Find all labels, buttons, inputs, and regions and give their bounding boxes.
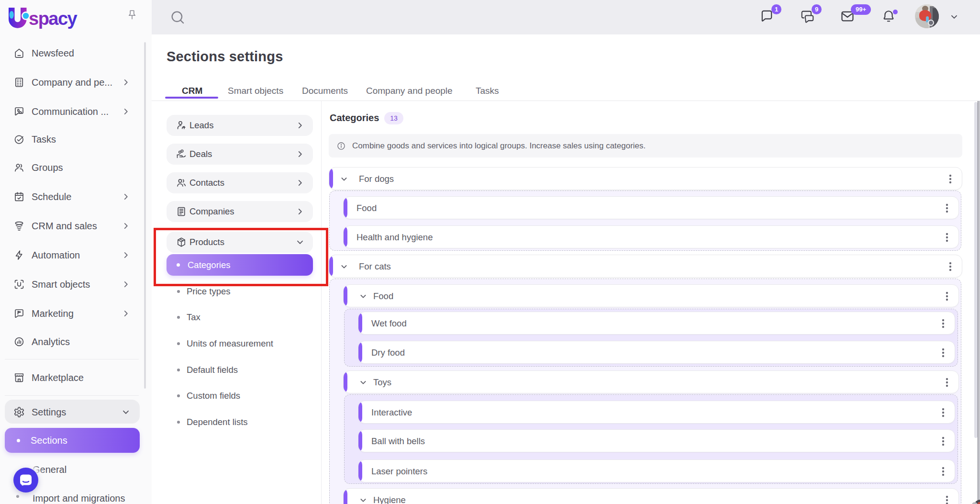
svg-text:spacy: spacy [29, 9, 78, 29]
